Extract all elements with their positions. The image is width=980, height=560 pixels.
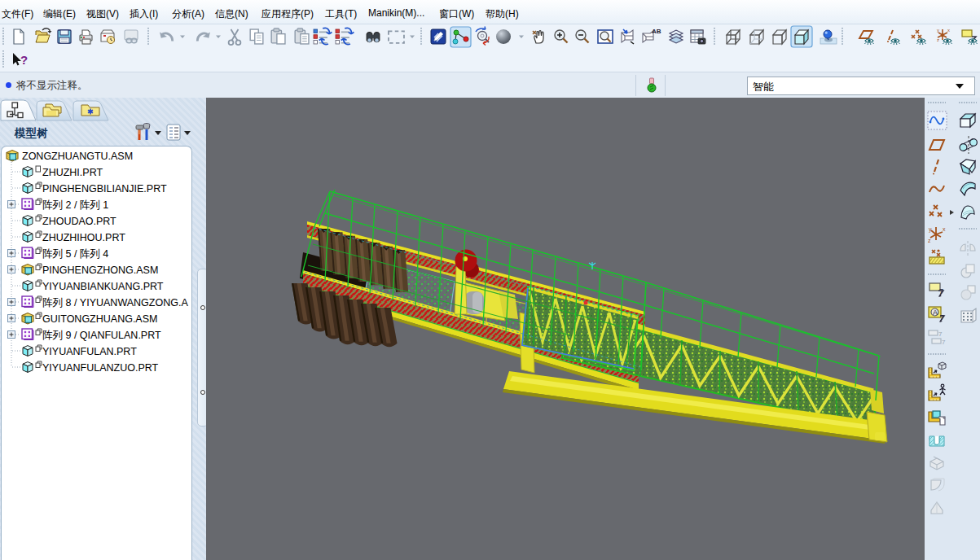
svg-text:阵列 5 / 阵列 4: 阵列 5 / 阵列 4: [42, 248, 108, 260]
svg-text:z: z: [928, 238, 931, 243]
svg-text:x: x: [943, 226, 946, 232]
svg-text:7: 7: [942, 339, 946, 346]
svg-text:YIYUANBIANKUANG.PRT: YIYUANBIANKUANG.PRT: [42, 281, 164, 292]
svg-text:阵列 9 / QIANFULAN.PRT: 阵列 9 / QIANFULAN.PRT: [42, 330, 161, 341]
svg-text:y: y: [937, 28, 939, 33]
svg-text:7: 7: [938, 330, 943, 338]
svg-text:A: A: [933, 308, 938, 317]
svg-text:7: 7: [940, 313, 944, 322]
svg-text:7: 7: [939, 287, 943, 295]
svg-text:z: z: [937, 37, 939, 42]
svg-text:ZHUZHI.PRT: ZHUZHI.PRT: [42, 167, 103, 178]
svg-text:x: x: [947, 28, 950, 33]
svg-text:y: y: [929, 226, 932, 233]
svg-text:GUITONGZHUANG.ASM: GUITONGZHUANG.ASM: [42, 313, 157, 325]
svg-text:ZONGZHUANGTU.ASM: ZONGZHUANGTU.ASM: [22, 151, 133, 162]
svg-text:YIYUANFULANZUO.PRT: YIYUANFULANZUO.PRT: [42, 362, 159, 374]
svg-text:PINGHENGBILIANJIE.PRT: PINGHENGBILIANJIE.PRT: [42, 183, 167, 195]
svg-text:阵列 2 / 阵列 1: 阵列 2 / 阵列 1: [42, 199, 108, 211]
svg-text:ZHUZHIHOU.PRT: ZHUZHIHOU.PRT: [42, 232, 125, 243]
svg-text:PINGHENGZHONG.ASM: PINGHENGZHONG.ASM: [42, 265, 158, 276]
svg-text:?: ?: [20, 53, 28, 67]
svg-text:YIYUANFULAN.PRT: YIYUANFULAN.PRT: [42, 346, 137, 357]
svg-text:阵列 8 / YIYUANWANGZONG.A: 阵列 8 / YIYUANWANGZONG.A: [42, 297, 188, 308]
svg-text:ZHOUDAO.PRT: ZHOUDAO.PRT: [42, 216, 116, 227]
svg-text:AB: AB: [652, 28, 661, 35]
